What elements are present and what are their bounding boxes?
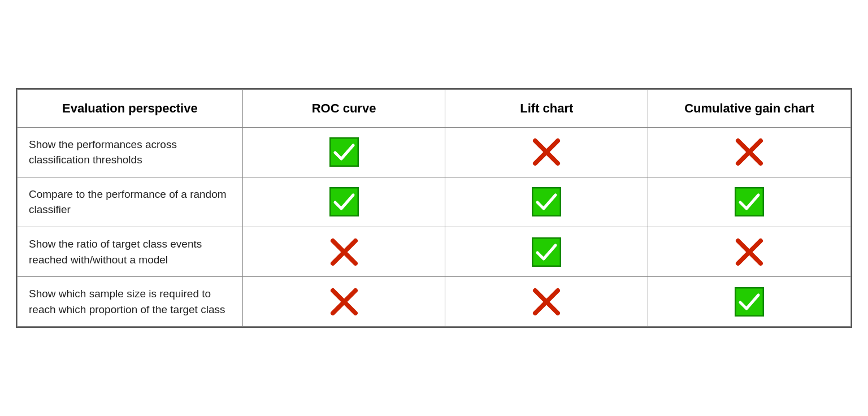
- cross-icon: [659, 237, 839, 267]
- check-icon: [659, 287, 839, 317]
- cross-icon: [659, 137, 839, 167]
- check-icon: [254, 137, 434, 167]
- table-row: Show the ratio of target class events re…: [18, 227, 851, 277]
- comparison-table-wrapper: Evaluation perspective ROC curve Lift ch…: [16, 88, 852, 328]
- table-row: Show which sample size is required to re…: [18, 277, 851, 327]
- row-2-roc-value: [242, 177, 445, 227]
- header-eval-perspective: Evaluation perspective: [18, 89, 243, 127]
- row-2-perspective: Compare to the performance of a random c…: [18, 177, 243, 227]
- row-3-lift-value: [445, 227, 648, 277]
- row-3-roc-value: [242, 227, 445, 277]
- row-4-lift-value: [445, 277, 648, 327]
- table-row: Show the performances across classificat…: [18, 127, 851, 177]
- row-4-cumulative-value: [648, 277, 851, 327]
- header-lift-chart: Lift chart: [445, 89, 648, 127]
- header-row: Evaluation perspective ROC curve Lift ch…: [18, 89, 851, 127]
- cross-icon: [457, 287, 636, 317]
- row-1-roc-value: [242, 127, 445, 177]
- check-icon: [254, 187, 434, 216]
- row-3-perspective: Show the ratio of target class events re…: [18, 227, 243, 277]
- row-1-cumulative-value: [648, 127, 851, 177]
- row-2-lift-value: [445, 177, 648, 227]
- table-row: Compare to the performance of a random c…: [18, 177, 851, 227]
- row-1-perspective: Show the performances across classificat…: [18, 127, 243, 177]
- row-2-cumulative-value: [648, 177, 851, 227]
- check-icon: [659, 187, 839, 216]
- row-4-perspective: Show which sample size is required to re…: [18, 277, 243, 327]
- header-cumulative-gain-chart: Cumulative gain chart: [648, 89, 851, 127]
- row-1-lift-value: [445, 127, 648, 177]
- check-icon: [457, 237, 636, 267]
- header-roc-curve: ROC curve: [242, 89, 445, 127]
- row-3-cumulative-value: [648, 227, 851, 277]
- cross-icon: [254, 287, 434, 317]
- comparison-table: Evaluation perspective ROC curve Lift ch…: [17, 89, 851, 327]
- row-4-roc-value: [242, 277, 445, 327]
- check-icon: [457, 187, 636, 216]
- cross-icon: [457, 137, 636, 167]
- cross-icon: [254, 237, 434, 267]
